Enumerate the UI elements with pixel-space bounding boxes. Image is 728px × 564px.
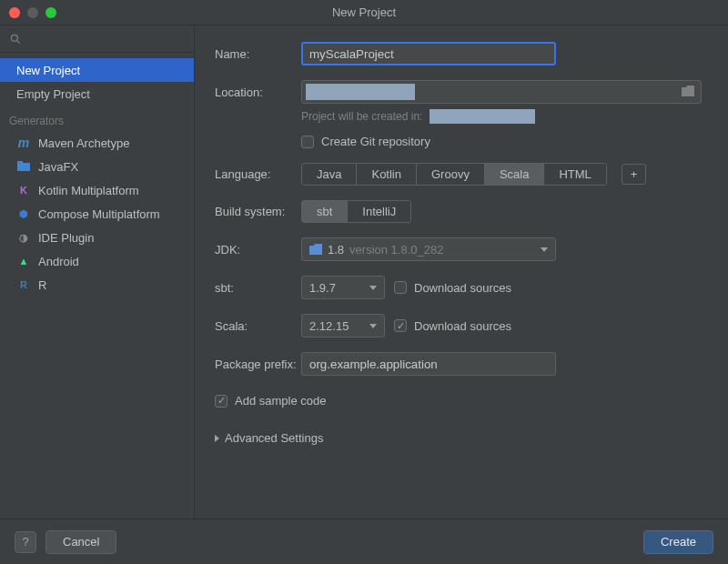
sidebar-item-ide-plugin[interactable]: ◑ IDE Plugin <box>0 226 194 249</box>
advanced-settings-toggle[interactable]: Advanced Settings <box>215 431 708 445</box>
sbt-download-sources-label: Download sources <box>414 281 511 295</box>
svg-rect-3 <box>17 161 23 165</box>
sidebar-nav: New Project Empty Project Generators m M… <box>0 53 194 297</box>
sidebar-item-label: Maven Archetype <box>38 136 129 150</box>
sidebar-item-label: Empty Project <box>16 87 90 101</box>
lang-java[interactable]: Java <box>302 164 357 185</box>
folder-icon[interactable] <box>682 86 694 96</box>
jdk-version-detail: version 1.8.0_282 <box>349 243 443 257</box>
redacted-path <box>306 84 415 100</box>
jdk-dropdown[interactable]: 1.8 version 1.8.0_282 <box>301 237 556 261</box>
package-prefix-input[interactable] <box>301 352 556 376</box>
maven-icon: m <box>16 136 31 150</box>
search-icon <box>9 33 22 45</box>
sidebar-item-label: IDE Plugin <box>38 231 94 245</box>
add-language-button[interactable]: + <box>622 164 647 185</box>
sbt-version-dropdown[interactable]: 1.9.7 <box>301 276 385 299</box>
project-name-input[interactable] <box>301 42 556 65</box>
chevron-right-icon <box>215 435 219 442</box>
android-icon: ▲ <box>16 254 31 268</box>
javafx-icon <box>16 159 31 174</box>
location-label: Location: <box>215 86 301 99</box>
add-sample-code-checkbox[interactable] <box>215 395 228 408</box>
titlebar: New Project <box>0 0 728 25</box>
jdk-label: JDK: <box>215 243 301 257</box>
maximize-window-icon[interactable] <box>46 7 56 18</box>
create-git-label: Create Git repository <box>321 135 430 148</box>
chevron-down-icon <box>369 286 377 290</box>
sbt-download-sources-checkbox[interactable] <box>394 281 407 294</box>
scala-version-dropdown[interactable]: 2.12.15 <box>301 314 385 337</box>
chevron-down-icon <box>369 324 377 328</box>
sidebar-item-label: R <box>38 278 46 292</box>
sidebar-item-javafx[interactable]: JavaFX <box>0 155 194 178</box>
sidebar-item-label: Compose Multiplatform <box>38 207 160 221</box>
scala-version-value: 2.12.15 <box>309 319 349 333</box>
folder-icon <box>309 244 322 255</box>
svg-line-1 <box>16 40 19 43</box>
sidebar-section-header: Generators <box>0 106 194 131</box>
sidebar-item-label: Android <box>38 255 79 268</box>
sidebar: New Project Empty Project Generators m M… <box>0 25 195 519</box>
sidebar-item-maven-archetype[interactable]: m Maven Archetype <box>0 131 194 155</box>
sidebar-item-android[interactable]: ▲ Android <box>0 249 194 273</box>
svg-point-0 <box>11 35 17 41</box>
redacted-target-path <box>430 109 535 124</box>
sidebar-item-empty-project[interactable]: Empty Project <box>0 82 194 106</box>
plugin-icon: ◑ <box>16 230 31 245</box>
sidebar-item-new-project[interactable]: New Project <box>0 58 194 82</box>
main-panel: Name: Location: <box>195 25 728 519</box>
sidebar-item-compose-multiplatform[interactable]: ⬢ Compose Multiplatform <box>0 202 194 226</box>
location-hint-text: Project will be created in: <box>301 110 422 123</box>
language-segmented: Java Kotlin Groovy Scala HTML <box>301 163 607 186</box>
create-button[interactable]: Create <box>643 530 713 554</box>
help-button[interactable]: ? <box>15 531 36 553</box>
build-intellij[interactable]: IntelliJ <box>348 201 410 222</box>
minimize-window-icon[interactable] <box>27 7 38 18</box>
lang-kotlin[interactable]: Kotlin <box>357 164 417 185</box>
language-label: Language: <box>215 167 301 181</box>
jdk-value: 1.8 <box>328 243 344 257</box>
lang-groovy[interactable]: Groovy <box>417 164 485 185</box>
sidebar-item-r[interactable]: R R <box>0 273 194 297</box>
kotlin-icon: K <box>16 183 31 197</box>
lang-html[interactable]: HTML <box>544 164 605 185</box>
dialog-footer: ? Cancel Create <box>0 519 728 564</box>
sidebar-item-label: JavaFX <box>38 160 78 174</box>
scala-download-sources-checkbox[interactable] <box>394 319 407 332</box>
window-title: New Project <box>9 5 719 19</box>
sbt-version-label: sbt: <box>215 281 301 295</box>
scala-version-label: Scala: <box>215 319 301 333</box>
scala-download-sources-label: Download sources <box>414 319 511 333</box>
package-prefix-label: Package prefix: <box>215 358 301 371</box>
create-git-checkbox[interactable] <box>301 136 314 148</box>
lang-scala[interactable]: Scala <box>485 164 545 185</box>
close-window-icon[interactable] <box>9 7 20 18</box>
build-sbt[interactable]: sbt <box>302 201 348 222</box>
sidebar-item-label: New Project <box>16 64 80 77</box>
r-icon: R <box>16 277 31 292</box>
build-system-label: Build system: <box>215 205 301 218</box>
name-label: Name: <box>215 47 301 61</box>
compose-icon: ⬢ <box>16 206 31 221</box>
location-hint-row: Project will be created in: <box>301 109 708 124</box>
chevron-down-icon <box>541 247 548 252</box>
sidebar-search[interactable] <box>0 25 194 53</box>
sidebar-item-label: Kotlin Multiplatform <box>38 184 139 197</box>
advanced-settings-label: Advanced Settings <box>225 431 323 445</box>
location-input[interactable] <box>301 80 702 104</box>
cancel-button[interactable]: Cancel <box>46 530 116 554</box>
sbt-version-value: 1.9.7 <box>309 281 336 295</box>
build-system-segmented: sbt IntelliJ <box>301 200 411 223</box>
sidebar-item-kotlin-multiplatform[interactable]: K Kotlin Multiplatform <box>0 178 194 202</box>
add-sample-code-label: Add sample code <box>235 394 326 408</box>
